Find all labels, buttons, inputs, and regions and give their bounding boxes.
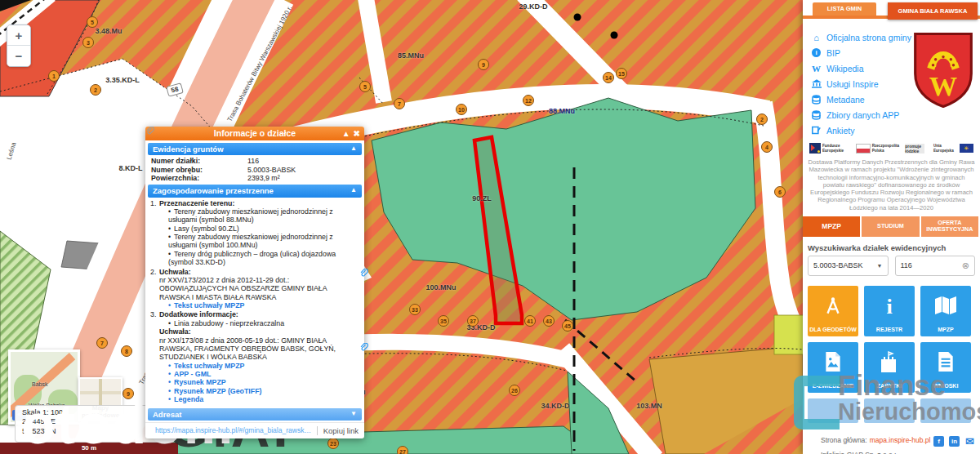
bank-icon	[811, 79, 822, 88]
tile-partial[interactable]	[920, 398, 971, 423]
sidebar-link[interactable]: Ankiety	[811, 122, 911, 138]
map-icon	[934, 296, 957, 318]
database-icon	[811, 95, 822, 105]
attribute-row: Powierzchnia:2393,9 m²	[145, 174, 364, 182]
map-marker: 35	[438, 315, 449, 327]
document-link[interactable]: Tekst uchwały MPZP	[168, 301, 351, 309]
precinct-select[interactable]: 5.0003-BABSK ▼	[808, 256, 889, 276]
tab-mpzp[interactable]: MPZP	[803, 216, 860, 237]
sidebar-link-label: Zbiory danych APP	[826, 110, 899, 120]
attribute-label: Powierzchnia:	[151, 174, 247, 182]
eu-logo: Unia Europejska	[933, 144, 973, 153]
popup-close-icon[interactable]: ✖	[354, 127, 360, 140]
map-marker: 45	[562, 320, 573, 332]
zoom-out-button[interactable]: −	[7, 46, 30, 66]
home-icon: ⌂	[811, 33, 822, 42]
list-item: 3. Dodatkowe informacje: Linia zabudowy …	[150, 310, 359, 403]
tab-lista-gmin[interactable]: LISTA GMIN	[813, 2, 876, 16]
map-marker: 7	[394, 98, 405, 109]
clear-input-icon[interactable]: ⊗	[962, 260, 969, 271]
section-ewidencja-header[interactable]: Ewidencja gruntów▲	[148, 143, 362, 155]
map-marker: 23	[327, 438, 339, 449]
tab-oferta-inwestycyjna[interactable]: OFERTA INWESTYCYJNA	[921, 216, 978, 237]
map-marker: 3	[82, 37, 94, 48]
section-zagospodarowanie-header[interactable]: Zagospodarowanie przestrzenne▲	[148, 185, 362, 197]
tile-mpzp[interactable]: MPZP	[920, 286, 971, 336]
eu-funding-logos: Fundusze EuropejskieRzeczpospolita Polsk…	[803, 138, 980, 155]
attribute-row: Numer działki:116	[145, 157, 364, 165]
gmina-links: ⌂Oficjalna strona gminyiBIPWWikipediaUsł…	[811, 29, 911, 138]
tile-label: WNIOSKI	[933, 383, 959, 389]
info-icon: i	[886, 295, 892, 319]
email-icon[interactable]: ✉	[964, 436, 975, 447]
sidebar-link[interactable]: iBIP	[811, 45, 911, 60]
map-marker: 8	[121, 345, 132, 357]
tile-zabytki[interactable]: ZABYTKI	[864, 342, 915, 393]
zoom-control: + −	[7, 24, 31, 67]
copy-link-button[interactable]: Kopiuj link	[317, 426, 359, 435]
parcel-number-input[interactable]: 116 ⊗	[895, 256, 976, 276]
parcel-search: 5.0003-BABSK ▼ 116 ⊗	[808, 256, 975, 276]
tile-rejestr[interactable]: iREJESTR	[864, 286, 915, 336]
document-icon	[937, 351, 955, 376]
survey-icon	[811, 126, 822, 135]
tile-partial[interactable]	[864, 398, 915, 423]
chevron-up-icon: ▲	[350, 186, 357, 194]
sidebar-link[interactable]: Usługi Inspire	[811, 76, 911, 91]
land-use-item: Tereny dróg publicznych – droga (ulica) …	[168, 250, 359, 267]
map-marker: 43	[543, 315, 555, 327]
tile-label: REJESTR	[876, 327, 902, 333]
social-icons: fin✉	[933, 436, 975, 447]
tile-wnioski[interactable]: WNIOSKI	[920, 342, 971, 393]
home-link[interactable]: mapa.inspire-hub.pl	[870, 436, 931, 444]
photo-icon	[823, 351, 843, 376]
tab-studium[interactable]: STUDIUM	[862, 216, 919, 237]
map-marker: 4	[761, 141, 773, 153]
share-url[interactable]: https://mapa.inspire-hub.pl/#/gmina_bial…	[155, 426, 313, 434]
map-marker: 9	[122, 388, 134, 399]
tile-e-zwiedzanie[interactable]: E-ZWIEDZANIE	[808, 342, 858, 393]
map-marker: 7	[96, 337, 108, 349]
facebook-icon[interactable]: f	[933, 436, 944, 447]
sidebar-link[interactable]: Zbiory danych APP	[811, 107, 911, 122]
attribute-value: 116	[247, 157, 259, 165]
section-adresat-header[interactable]: Adresat▼	[148, 408, 362, 421]
list-item: 1. Przeznaczenie terenu: Tereny zabudowy…	[150, 199, 359, 267]
document-link[interactable]: Tekst uchwały MPZP	[168, 362, 351, 370]
map-marker: 10	[456, 104, 467, 115]
map-marker: 14	[603, 72, 614, 83]
map-marker: 6	[774, 186, 786, 198]
sidebar-link[interactable]: ⌂Oficjalna strona gminy	[811, 29, 911, 45]
popup-header[interactable]: Informacje o działce ▲ ✖	[145, 127, 364, 140]
document-link[interactable]: APP - GML	[168, 370, 351, 378]
sidebar-link[interactable]: Metadane	[811, 91, 911, 107]
document-link[interactable]: Legenda	[168, 395, 351, 403]
document-link[interactable]: Rysunek MPZP	[168, 378, 351, 386]
info-icon: i	[811, 48, 822, 57]
tile-label: E-ZWIEDZANIE	[813, 383, 854, 389]
item-title: Przeznaczenie terenu:	[159, 199, 234, 207]
tile-partial[interactable]	[808, 398, 858, 423]
sidebar: LISTA GMIN GMINA BIAŁA RAWSKA ⌂Oficjalna…	[803, 0, 980, 454]
attribute-value: 2393,9 m²	[247, 174, 280, 182]
linkedin-icon[interactable]: in	[949, 436, 960, 447]
resolution-text: nr XXI/173/08 z dnia 2008-05-19 dot.: GM…	[159, 336, 351, 362]
infoline-text: Infolinia GIAP Sp. z o.o.:	[821, 451, 896, 454]
tile-dla-geodetów[interactable]: DLA GEODETÓW	[808, 286, 858, 336]
document-link[interactable]: Rysunek MPZP (GeoTIFF)	[168, 387, 351, 395]
tile-label: DLA GEODETÓW	[809, 327, 857, 333]
zoom-in-button[interactable]: +	[7, 25, 30, 46]
map-marker: 27	[397, 446, 408, 454]
popup-collapse-icon[interactable]: ▲	[342, 127, 350, 140]
map-marker: 15	[616, 68, 627, 79]
map-marker: 12	[523, 95, 534, 106]
parcel-attributes: Numer działki:116Numer obrębu:5.0003-BAB…	[145, 157, 364, 182]
tab-gmina-biala-rawska[interactable]: GMINA BIAŁA RAWSKA	[888, 2, 978, 20]
attribute-label: Numer działki:	[151, 157, 247, 165]
chevron-down-icon: ▼	[350, 410, 357, 417]
land-use-item: Tereny zabudowy mieszkaniowej jednorodzi…	[168, 207, 359, 225]
lodzkie-logo: promuje łódzkie	[905, 144, 924, 154]
sidebar-link[interactable]: WWikipedia	[811, 60, 911, 76]
map-marker: 2	[90, 84, 101, 96]
map-canvas[interactable]: 3.48.Mu3.35.KD-L8.KD-L29.KD-D85.MNu88.MN…	[0, 0, 803, 454]
